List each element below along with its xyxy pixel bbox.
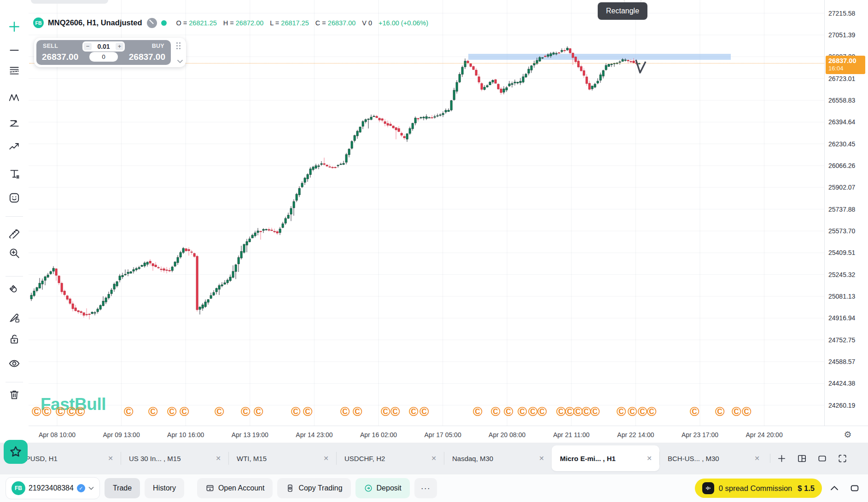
hide-symbol-icon[interactable] [147,18,157,28]
economic-event-marker[interactable]: © [582,405,591,419]
economic-event-marker[interactable]: © [167,405,177,419]
volume-label: V 0 [362,19,372,27]
pattern-icon[interactable] [8,91,20,103]
economic-event-marker[interactable]: © [32,405,41,419]
qty-plus-button[interactable]: + [116,43,123,50]
more-actions-button[interactable]: ··· [414,478,437,498]
trend-arrow-icon[interactable] [8,140,20,152]
economic-event-marker[interactable]: © [638,405,647,419]
symbol-tab[interactable]: Nasdaq, M30✕ [444,445,552,471]
economic-event-marker[interactable]: © [353,405,362,419]
trend-line-icon[interactable] [8,43,20,55]
tab-close-icon[interactable]: ✕ [106,454,115,463]
tab-close-icon[interactable]: ✕ [321,454,331,463]
economic-event-marker[interactable]: © [617,405,626,419]
account-selector[interactable]: FB 21923408384 ✓ [6,477,100,499]
economic-event-marker[interactable]: © [124,405,134,419]
brush-lock-icon[interactable] [8,312,20,323]
symbol-tab-active[interactable]: Micro E-mi... , H1✕ [552,445,659,471]
rectangle-drawing[interactable] [468,54,731,60]
economic-event-marker[interactable]: © [254,405,263,419]
price-tick-label: 25573.70 [828,227,855,235]
qty-minus-button[interactable]: − [84,43,92,50]
economic-event-marker[interactable]: © [732,405,741,419]
axis-settings-gear-icon[interactable]: ⚙ [843,430,853,440]
buy-button[interactable]: 26837.00 [129,52,165,62]
economic-event-marker[interactable]: © [742,405,751,419]
eye-icon[interactable] [8,358,20,369]
economic-event-marker[interactable]: © [340,405,350,419]
tab-close-icon[interactable]: ✕ [429,454,438,463]
panel-mode-button[interactable] [847,480,862,496]
deposit-button[interactable]: Deposit [355,478,410,498]
economic-event-marker[interactable]: © [518,405,527,419]
economic-event-marker[interactable]: © [215,405,224,419]
commission-banner[interactable]: 0 spread Commission $ 1.5 [695,479,822,498]
curve-arrow-icon[interactable] [8,116,20,128]
price-axis[interactable]: 26837.00 16:04 27215.5827051.3926887.202… [824,0,868,426]
copy-trading-button[interactable]: Copy Trading [277,478,350,498]
economic-event-marker[interactable]: © [381,405,390,419]
economic-event-marker[interactable]: © [504,405,513,419]
economic-event-marker[interactable]: © [180,405,189,419]
economic-event-marker[interactable]: © [241,405,250,419]
single-window-icon[interactable] [814,450,830,466]
zoom-in-icon[interactable] [8,247,20,259]
collapse-bar-button[interactable] [827,480,842,496]
economic-event-marker[interactable]: © [537,405,547,419]
economic-event-marker[interactable]: © [67,405,76,419]
sell-button[interactable]: 26837.00 [42,52,78,62]
favorites-star-button[interactable] [4,440,28,464]
tab-close-icon[interactable]: ✕ [537,454,546,463]
symbol-tab[interactable]: BCH-US... , M30✕ [659,445,767,471]
economic-event-marker[interactable]: © [303,405,313,419]
ohlc-low: L = 26817.25 [270,19,309,27]
ruler-icon[interactable] [8,226,20,238]
economic-event-marker[interactable]: © [409,405,419,419]
fullscreen-icon[interactable] [834,450,850,466]
economic-event-marker[interactable]: © [556,405,566,419]
economic-event-marker[interactable]: © [56,405,65,419]
economic-event-marker[interactable]: © [76,405,85,419]
economic-event-marker[interactable]: © [491,405,501,419]
time-axis[interactable]: ⚙ Apr 08 10:00Apr 09 13:00Apr 10 16:00Ap… [29,426,868,443]
chart-area[interactable]: FB MNQ2606, H1, Unadjusted O = 26821.25 … [29,0,868,443]
price-tick-label: 25409.51 [828,249,855,256]
crosshair-plus-icon[interactable] [8,21,20,33]
economic-event-marker[interactable]: © [390,405,400,419]
trash-icon[interactable] [8,389,20,401]
economic-event-marker[interactable]: © [528,405,538,419]
economic-event-marker[interactable]: © [628,405,637,419]
economic-event-marker[interactable]: © [590,405,600,419]
economic-event-marker[interactable]: © [690,405,699,419]
economic-event-marker[interactable]: © [148,405,158,419]
fib-lines-icon[interactable] [8,64,20,76]
drag-handle-icon[interactable] [176,42,183,50]
symbol-tab[interactable]: US 30 In... , M15✕ [121,445,228,471]
trade-tab-button[interactable]: Trade [105,478,140,498]
lock-icon[interactable] [8,333,20,345]
order-panel-body: SELL BUY 26837.00 26837.00 − 0.01 + 0 [36,40,171,65]
chevron-up-icon [829,483,839,493]
economic-event-marker[interactable]: © [647,405,657,419]
symbol-tab[interactable]: GBPUSD, H1✕ [18,445,121,471]
emoji-icon[interactable] [8,192,20,204]
text-tool-icon[interactable] [8,168,20,180]
tab-close-icon[interactable]: ✕ [645,454,654,463]
economic-event-marker[interactable]: © [473,405,483,419]
economic-event-marker[interactable]: © [715,405,725,419]
history-tab-button[interactable]: History [145,478,184,498]
symbol-tab[interactable]: USDCHF, H2✕ [336,445,444,471]
magnet-icon[interactable] [8,284,20,296]
tab-close-icon[interactable]: ✕ [214,454,223,463]
economic-event-marker[interactable]: © [291,405,301,419]
economic-event-marker[interactable]: © [42,405,52,419]
economic-event-marker[interactable]: © [419,405,429,419]
symbol-tab[interactable]: WTI, M15✕ [228,445,336,471]
tab-close-icon[interactable]: ✕ [752,454,762,463]
open-account-button[interactable]: Open Account [197,478,273,498]
add-chart-icon[interactable] [774,450,789,466]
collapse-panel-chevron-icon[interactable] [177,59,183,63]
qty-value[interactable]: 0.01 [97,43,110,50]
layout-grid-icon[interactable] [794,450,810,466]
